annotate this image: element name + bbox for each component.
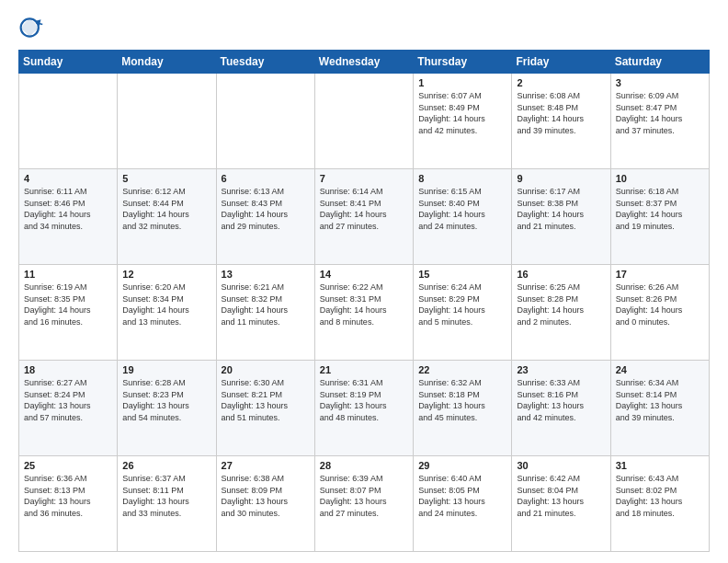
- day-number: 21: [320, 364, 408, 375]
- day-info: Sunrise: 6:38 AM Sunset: 8:09 PM Dayligh…: [222, 473, 310, 519]
- day-info: Sunrise: 6:34 AM Sunset: 8:14 PM Dayligh…: [616, 377, 704, 423]
- day-number: 5: [122, 173, 210, 184]
- header: [18, 15, 710, 40]
- day-number: 26: [122, 460, 210, 471]
- day-number: 14: [320, 269, 408, 280]
- day-info: Sunrise: 6:24 AM Sunset: 8:29 PM Dayligh…: [418, 282, 506, 327]
- calendar-cell: 25Sunrise: 6:36 AM Sunset: 8:13 PM Dayli…: [19, 456, 118, 552]
- calendar-cell: 9Sunrise: 6:17 AM Sunset: 8:38 PM Daylig…: [512, 169, 610, 265]
- calendar-cell: 28Sunrise: 6:39 AM Sunset: 8:07 PM Dayli…: [314, 456, 413, 552]
- day-number: 22: [418, 364, 506, 375]
- weekday-header-wednesday: Wednesday: [314, 51, 413, 74]
- weekday-header-tuesday: Tuesday: [216, 51, 314, 74]
- day-info: Sunrise: 6:08 AM Sunset: 8:48 PM Dayligh…: [517, 90, 605, 136]
- weekday-header-friday: Friday: [512, 51, 610, 74]
- day-info: Sunrise: 6:32 AM Sunset: 8:18 PM Dayligh…: [418, 377, 506, 423]
- day-info: Sunrise: 6:13 AM Sunset: 8:43 PM Dayligh…: [222, 186, 310, 232]
- day-number: 31: [616, 460, 704, 471]
- calendar-week-row: 4Sunrise: 6:11 AM Sunset: 8:46 PM Daylig…: [19, 169, 710, 265]
- day-info: Sunrise: 6:37 AM Sunset: 8:11 PM Dayligh…: [122, 473, 210, 519]
- day-number: 16: [517, 269, 605, 280]
- day-number: 29: [418, 460, 506, 471]
- logo-icon: [18, 15, 44, 40]
- day-info: Sunrise: 6:30 AM Sunset: 8:21 PM Dayligh…: [222, 377, 310, 423]
- calendar-cell: 26Sunrise: 6:37 AM Sunset: 8:11 PM Dayli…: [118, 456, 216, 552]
- calendar-cell: 24Sunrise: 6:34 AM Sunset: 8:14 PM Dayli…: [610, 361, 709, 456]
- day-info: Sunrise: 6:36 AM Sunset: 8:13 PM Dayligh…: [24, 473, 112, 519]
- calendar-week-row: 18Sunrise: 6:27 AM Sunset: 8:24 PM Dayli…: [19, 361, 710, 456]
- calendar-cell: 23Sunrise: 6:33 AM Sunset: 8:16 PM Dayli…: [512, 361, 610, 456]
- calendar-cell: 1Sunrise: 6:07 AM Sunset: 8:49 PM Daylig…: [414, 74, 512, 169]
- calendar-cell: 11Sunrise: 6:19 AM Sunset: 8:35 PM Dayli…: [19, 265, 118, 361]
- calendar-table: SundayMondayTuesdayWednesdayThursdayFrid…: [18, 50, 710, 552]
- day-number: 4: [24, 173, 112, 184]
- day-info: Sunrise: 6:14 AM Sunset: 8:41 PM Dayligh…: [320, 186, 408, 232]
- day-number: 17: [616, 269, 704, 280]
- calendar-cell: 27Sunrise: 6:38 AM Sunset: 8:09 PM Dayli…: [216, 456, 314, 552]
- calendar-cell: [216, 74, 314, 169]
- calendar-cell: 6Sunrise: 6:13 AM Sunset: 8:43 PM Daylig…: [216, 169, 314, 265]
- day-number: 27: [222, 460, 310, 471]
- calendar-cell: [314, 74, 413, 169]
- day-info: Sunrise: 6:09 AM Sunset: 8:47 PM Dayligh…: [616, 90, 704, 136]
- day-number: 11: [24, 269, 112, 280]
- day-number: 20: [222, 364, 310, 375]
- calendar-cell: 17Sunrise: 6:26 AM Sunset: 8:26 PM Dayli…: [610, 265, 709, 361]
- day-info: Sunrise: 6:26 AM Sunset: 8:26 PM Dayligh…: [616, 282, 704, 327]
- weekday-header-thursday: Thursday: [414, 51, 512, 74]
- calendar-cell: 4Sunrise: 6:11 AM Sunset: 8:46 PM Daylig…: [19, 169, 118, 265]
- day-number: 6: [222, 173, 310, 184]
- day-info: Sunrise: 6:40 AM Sunset: 8:05 PM Dayligh…: [418, 473, 506, 519]
- day-number: 24: [616, 364, 704, 375]
- calendar-cell: 15Sunrise: 6:24 AM Sunset: 8:29 PM Dayli…: [414, 265, 512, 361]
- calendar-cell: 2Sunrise: 6:08 AM Sunset: 8:48 PM Daylig…: [512, 74, 610, 169]
- calendar-cell: 30Sunrise: 6:42 AM Sunset: 8:04 PM Dayli…: [512, 456, 610, 552]
- day-info: Sunrise: 6:15 AM Sunset: 8:40 PM Dayligh…: [418, 186, 506, 232]
- day-info: Sunrise: 6:42 AM Sunset: 8:04 PM Dayligh…: [517, 473, 605, 519]
- calendar-cell: [19, 74, 118, 169]
- day-info: Sunrise: 6:28 AM Sunset: 8:23 PM Dayligh…: [122, 377, 210, 423]
- day-number: 12: [122, 269, 210, 280]
- day-info: Sunrise: 6:43 AM Sunset: 8:02 PM Dayligh…: [616, 473, 704, 519]
- day-number: 13: [222, 269, 310, 280]
- day-number: 1: [418, 77, 506, 88]
- day-info: Sunrise: 6:31 AM Sunset: 8:19 PM Dayligh…: [320, 377, 408, 423]
- calendar-cell: 21Sunrise: 6:31 AM Sunset: 8:19 PM Dayli…: [314, 361, 413, 456]
- calendar-week-row: 11Sunrise: 6:19 AM Sunset: 8:35 PM Dayli…: [19, 265, 710, 361]
- weekday-header-monday: Monday: [118, 51, 216, 74]
- calendar-cell: 14Sunrise: 6:22 AM Sunset: 8:31 PM Dayli…: [314, 265, 413, 361]
- day-info: Sunrise: 6:21 AM Sunset: 8:32 PM Dayligh…: [222, 282, 310, 327]
- calendar-cell: 8Sunrise: 6:15 AM Sunset: 8:40 PM Daylig…: [414, 169, 512, 265]
- day-info: Sunrise: 6:33 AM Sunset: 8:16 PM Dayligh…: [517, 377, 605, 423]
- day-info: Sunrise: 6:39 AM Sunset: 8:07 PM Dayligh…: [320, 473, 408, 519]
- calendar-cell: 22Sunrise: 6:32 AM Sunset: 8:18 PM Dayli…: [414, 361, 512, 456]
- day-number: 25: [24, 460, 112, 471]
- calendar-cell: 29Sunrise: 6:40 AM Sunset: 8:05 PM Dayli…: [414, 456, 512, 552]
- day-number: 15: [418, 269, 506, 280]
- calendar-cell: 5Sunrise: 6:12 AM Sunset: 8:44 PM Daylig…: [118, 169, 216, 265]
- calendar-week-row: 1Sunrise: 6:07 AM Sunset: 8:49 PM Daylig…: [19, 74, 710, 169]
- day-info: Sunrise: 6:18 AM Sunset: 8:37 PM Dayligh…: [616, 186, 704, 232]
- day-number: 3: [616, 77, 704, 88]
- day-number: 10: [616, 173, 704, 184]
- calendar-cell: 7Sunrise: 6:14 AM Sunset: 8:41 PM Daylig…: [314, 169, 413, 265]
- day-info: Sunrise: 6:11 AM Sunset: 8:46 PM Dayligh…: [24, 186, 112, 232]
- calendar-cell: [118, 74, 216, 169]
- day-info: Sunrise: 6:25 AM Sunset: 8:28 PM Dayligh…: [517, 282, 605, 327]
- day-number: 19: [122, 364, 210, 375]
- calendar-cell: 13Sunrise: 6:21 AM Sunset: 8:32 PM Dayli…: [216, 265, 314, 361]
- weekday-header-saturday: Saturday: [610, 51, 709, 74]
- logo: [18, 15, 50, 40]
- day-number: 7: [320, 173, 408, 184]
- calendar-cell: 31Sunrise: 6:43 AM Sunset: 8:02 PM Dayli…: [610, 456, 709, 552]
- calendar-cell: 3Sunrise: 6:09 AM Sunset: 8:47 PM Daylig…: [610, 74, 709, 169]
- day-number: 2: [517, 77, 605, 88]
- page: SundayMondayTuesdayWednesdayThursdayFrid…: [0, 0, 728, 563]
- day-number: 8: [418, 173, 506, 184]
- day-info: Sunrise: 6:27 AM Sunset: 8:24 PM Dayligh…: [24, 377, 112, 423]
- day-number: 9: [517, 173, 605, 184]
- day-number: 18: [24, 364, 112, 375]
- day-info: Sunrise: 6:22 AM Sunset: 8:31 PM Dayligh…: [320, 282, 408, 327]
- calendar-cell: 19Sunrise: 6:28 AM Sunset: 8:23 PM Dayli…: [118, 361, 216, 456]
- calendar-cell: 18Sunrise: 6:27 AM Sunset: 8:24 PM Dayli…: [19, 361, 118, 456]
